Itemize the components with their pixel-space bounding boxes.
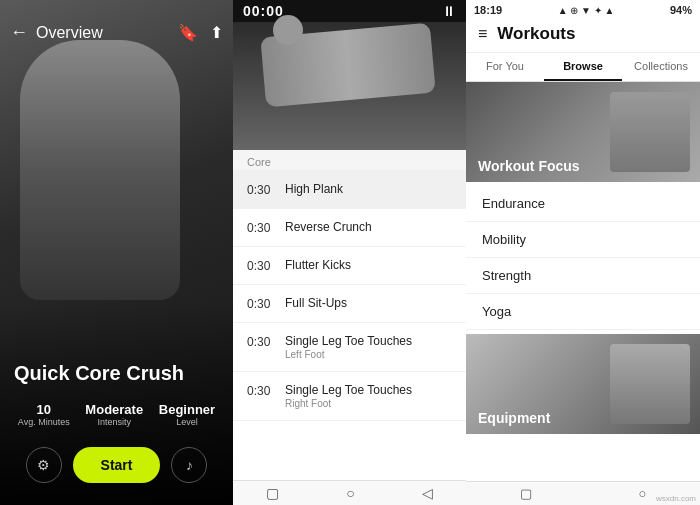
stat-minutes: 10 Avg. Minutes [18, 402, 70, 427]
watermark: wsxdn.com [656, 494, 696, 503]
exercise-list: 0:30 High Plank 0:30 Reverse Crunch 0:30… [233, 171, 466, 480]
exercise-item[interactable]: 0:30 Single Leg Toe Touches Left Foot [233, 323, 466, 372]
exercise-name: High Plank [285, 182, 452, 196]
video-area: 00:00 ⏸ [233, 0, 466, 150]
exercise-item[interactable]: 0:30 Reverse Crunch [233, 209, 466, 247]
start-button[interactable]: Start [73, 447, 161, 483]
detail-bottom-nav: ▢ ○ ◁ [233, 480, 466, 505]
section-label: Core [233, 150, 466, 171]
workouts-nav-square[interactable]: ▢ [520, 486, 532, 501]
workouts-battery: 94% [670, 4, 692, 16]
exercise-item[interactable]: 0:30 High Plank [233, 171, 466, 209]
equipment-banner[interactable]: Equipment [466, 334, 700, 434]
exercise-name: Single Leg Toe Touches [285, 334, 452, 348]
stat-intensity-value: Moderate [85, 402, 143, 417]
workouts-content: Workout Focus Endurance Mobility Strengt… [466, 82, 700, 481]
filter-endurance[interactable]: Endurance [466, 186, 700, 222]
nav-square-icon[interactable]: ▢ [266, 485, 279, 501]
nav-circle-icon[interactable]: ○ [346, 485, 354, 501]
music-button[interactable]: ♪ [171, 447, 207, 483]
workout-actions: ⚙ Start ♪ [0, 447, 233, 483]
exercise-item[interactable]: 0:30 Single Leg Toe Touches Right Foot [233, 372, 466, 421]
workout-name: Quick Core Crush [14, 361, 219, 385]
stat-level: Beginner Level [159, 402, 215, 427]
exercise-info: High Plank [279, 182, 452, 196]
tab-for-you[interactable]: For You [466, 53, 544, 81]
workouts-bottom-nav: ▢ ○ wsxdn.com [466, 481, 700, 505]
overview-title: Overview [36, 24, 103, 42]
exercise-info: Single Leg Toe Touches Left Foot [279, 334, 452, 360]
filter-yoga[interactable]: Yoga [466, 294, 700, 330]
exercise-time: 0:30 [247, 221, 279, 235]
overview-top-bar: ← Overview 🔖 ⬆ [0, 0, 233, 51]
workouts-status-time: 18:19 [474, 4, 502, 16]
featured-banner[interactable]: Workout Focus [466, 82, 700, 182]
workouts-tabs: For You Browse Collections [466, 53, 700, 82]
share-icon[interactable]: ⬆ [210, 23, 223, 42]
workouts-title: Workouts [497, 24, 575, 44]
panel-workouts: 18:19 ▲ ⊕ ▼ ✦ ▲ 94% ≡ Workouts For You B… [466, 0, 700, 505]
panel-detail: 00:00 ⏸ Core 0:30 High Plank 0:30 Revers… [233, 0, 466, 505]
exercise-name: Full Sit-Ups [285, 296, 452, 310]
top-bar-right: 🔖 ⬆ [178, 23, 223, 42]
filter-mobility[interactable]: Mobility [466, 222, 700, 258]
featured-label: Workout Focus [478, 158, 580, 174]
bookmark-icon[interactable]: 🔖 [178, 23, 198, 42]
filter-strength[interactable]: Strength [466, 258, 700, 294]
workouts-status-icons: ▲ ⊕ ▼ ✦ ▲ [558, 5, 615, 16]
exercise-info: Reverse Crunch [279, 220, 452, 234]
stat-minutes-label: Avg. Minutes [18, 417, 70, 427]
exercise-info: Flutter Kicks [279, 258, 452, 272]
tab-collections[interactable]: Collections [622, 53, 700, 81]
equipment-label: Equipment [478, 410, 550, 426]
exercise-name: Single Leg Toe Touches [285, 383, 452, 397]
exercise-time: 0:30 [247, 259, 279, 273]
exercise-name: Reverse Crunch [285, 220, 452, 234]
exercise-name: Flutter Kicks [285, 258, 452, 272]
exercise-item[interactable]: 0:30 Full Sit-Ups [233, 285, 466, 323]
stat-intensity: Moderate Intensity [85, 402, 143, 427]
exercise-time: 0:30 [247, 297, 279, 311]
filter-list: Endurance Mobility Strength Yoga [466, 182, 700, 334]
timer-bar: 00:00 ⏸ [233, 0, 466, 22]
settings-button[interactable]: ⚙ [26, 447, 62, 483]
exercise-sub: Right Foot [285, 398, 452, 409]
music-icon: ♪ [186, 457, 193, 473]
exercise-time: 0:30 [247, 384, 279, 398]
back-icon[interactable]: ← [10, 22, 28, 43]
exercise-time: 0:30 [247, 335, 279, 349]
pause-icon[interactable]: ⏸ [442, 3, 456, 19]
tab-browse[interactable]: Browse [544, 53, 622, 81]
workouts-top-bar: ≡ Workouts [466, 20, 700, 53]
stat-level-label: Level [176, 417, 198, 427]
exercise-info: Single Leg Toe Touches Right Foot [279, 383, 452, 409]
workout-stats: 10 Avg. Minutes Moderate Intensity Begin… [0, 402, 233, 427]
stat-intensity-label: Intensity [97, 417, 131, 427]
stat-minutes-value: 10 [37, 402, 51, 417]
exercise-sub: Left Foot [285, 349, 452, 360]
top-bar-left: ← Overview [10, 22, 103, 43]
timer-value: 00:00 [243, 3, 284, 19]
panel-overview: ← Overview 🔖 ⬆ Quick Core Crush 10 Avg. … [0, 0, 233, 505]
menu-icon[interactable]: ≡ [478, 25, 487, 43]
exercise-item[interactable]: 0:30 Flutter Kicks [233, 247, 466, 285]
stat-level-value: Beginner [159, 402, 215, 417]
exercise-info: Full Sit-Ups [279, 296, 452, 310]
nav-back-icon[interactable]: ◁ [422, 485, 433, 501]
workouts-nav-circle[interactable]: ○ [639, 486, 647, 501]
exercise-time: 0:30 [247, 183, 279, 197]
workouts-status-bar: 18:19 ▲ ⊕ ▼ ✦ ▲ 94% [466, 0, 700, 20]
settings-icon: ⚙ [37, 457, 50, 473]
